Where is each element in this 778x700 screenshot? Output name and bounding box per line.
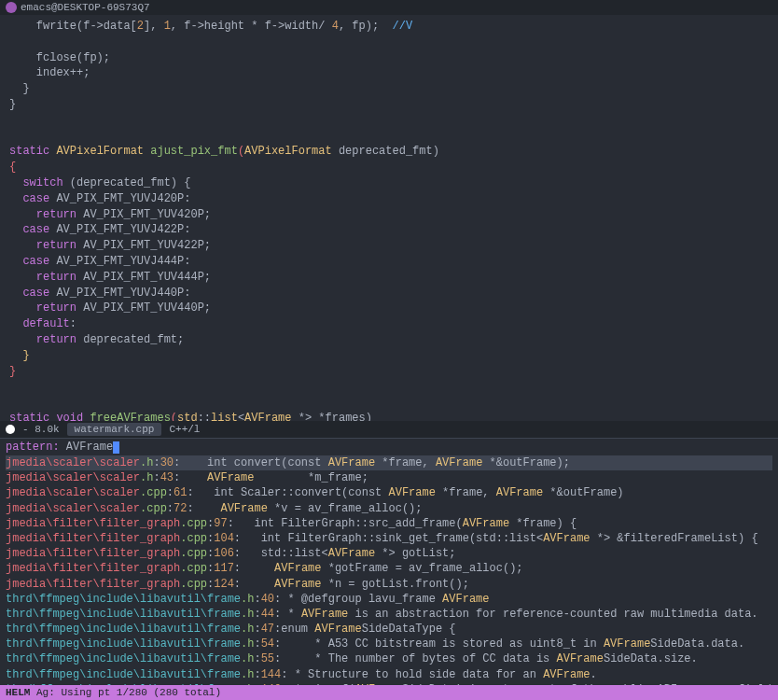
modeline: - 8.0k watermark.cpp C++/l — [0, 421, 778, 439]
result-row[interactable]: jmedia\scaler\scaler.h:43: AVFrame *m_fr… — [6, 470, 772, 485]
result-row[interactable]: jmedia\filter\filter_graph.cpp:106: std:… — [6, 546, 772, 561]
cursor-icon — [113, 441, 119, 454]
result-row[interactable]: jmedia\scaler\scaler.h:30: int convert(c… — [6, 455, 772, 470]
result-row[interactable]: thrd\ffmpeg\include\libavutil\frame.h:14… — [6, 667, 772, 682]
statusbar: HELM Ag: Using pt 1/280 (280 total) — [0, 685, 778, 700]
result-row[interactable]: jmedia\filter\filter_graph.cpp:124: AVFr… — [6, 577, 772, 592]
result-row[interactable]: thrd\ffmpeg\include\libavutil\frame.h:40… — [6, 592, 772, 607]
result-row[interactable]: thrd\ffmpeg\include\libavutil\frame.h:55… — [6, 651, 772, 666]
helm-mode: Ag: Using pt — [36, 687, 110, 698]
result-row[interactable]: jmedia\filter\filter_graph.cpp:104: int … — [6, 531, 772, 546]
result-row[interactable]: jmedia\filter\filter_graph.cpp:97: int F… — [6, 516, 772, 531]
window-title: emacs@DESKTOP-69S73Q7 — [21, 2, 150, 13]
result-row[interactable]: thrd\ffmpeg\include\libavutil\frame.h:54… — [6, 637, 772, 651]
buffer-status-icon — [6, 425, 15, 434]
file-size: - 8.0k — [22, 424, 60, 435]
result-row[interactable]: jmedia\scaler\scaler.cpp:61: int Scaler:… — [6, 485, 772, 500]
helm-search-panel: pattern: AVFrame jmedia\scaler\scaler.h:… — [0, 439, 778, 700]
results-list[interactable]: jmedia\scaler\scaler.h:30: int convert(c… — [0, 455, 778, 700]
result-row[interactable]: thrd\ffmpeg\include\libavutil\frame.h:44… — [6, 607, 772, 622]
pattern-prompt: pattern: AVFrame — [0, 439, 778, 455]
filename-tab[interactable]: watermark.cpp — [67, 423, 162, 436]
result-row[interactable]: thrd\ffmpeg\include\libavutil\frame.h:47… — [6, 622, 772, 637]
result-row[interactable]: jmedia\scaler\scaler.cpp:72: AVFrame *v … — [6, 501, 772, 516]
result-row[interactable]: jmedia\filter\filter_graph.cpp:117: AVFr… — [6, 561, 772, 576]
result-position: 1/280 (280 total) — [117, 687, 221, 698]
editor-area[interactable]: fwrite(f->data[2], 1, f->height * f->wid… — [0, 15, 778, 421]
major-mode: C++/l — [169, 424, 200, 435]
emacs-icon — [6, 2, 17, 13]
pattern-input[interactable]: AVFrame — [66, 441, 113, 454]
titlebar: emacs@DESKTOP-69S73Q7 — [0, 0, 778, 15]
helm-label: HELM — [6, 687, 30, 698]
